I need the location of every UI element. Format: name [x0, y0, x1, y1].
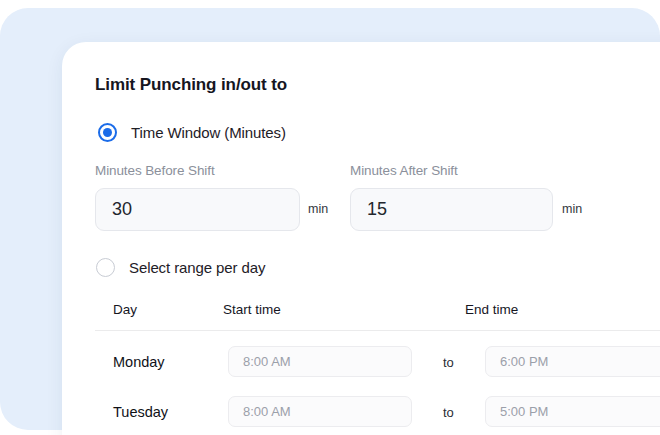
time-window-radio-label: Time Window (Minutes)	[131, 124, 286, 141]
day-label: Tuesday	[113, 404, 168, 420]
radio-unselected-icon[interactable]	[96, 258, 115, 277]
column-header-end: End time	[465, 302, 518, 317]
to-separator-label: to	[443, 404, 454, 419]
monday-start-time-input[interactable]	[228, 346, 412, 377]
page-title: Limit Punching in/out to	[95, 75, 287, 95]
monday-end-time-input[interactable]	[485, 346, 660, 377]
minutes-after-shift-label: Minutes After Shift	[350, 163, 458, 178]
settings-card: Limit Punching in/out to Time Window (Mi…	[62, 42, 660, 435]
table-row-tuesday: Tuesday to	[62, 396, 660, 427]
minutes-before-shift-input[interactable]	[95, 188, 300, 231]
range-per-day-radio-option[interactable]: Select range per day	[96, 258, 265, 277]
minutes-before-shift-label: Minutes Before Shift	[95, 163, 215, 178]
radio-selected-icon[interactable]	[98, 123, 117, 142]
minutes-after-unit-label: min	[562, 202, 582, 216]
tuesday-start-time-input[interactable]	[228, 396, 412, 427]
time-window-radio-option[interactable]: Time Window (Minutes)	[98, 123, 286, 142]
day-label: Monday	[113, 354, 165, 370]
table-header-divider	[95, 330, 660, 331]
column-header-start: Start time	[223, 302, 281, 317]
to-separator-label: to	[443, 354, 454, 369]
column-header-day: Day	[113, 302, 137, 317]
minutes-after-shift-input[interactable]	[350, 188, 553, 231]
range-per-day-radio-label: Select range per day	[129, 259, 265, 276]
table-row-monday: Monday to	[62, 346, 660, 377]
minutes-before-unit-label: min	[308, 202, 328, 216]
tuesday-end-time-input[interactable]	[485, 396, 660, 427]
